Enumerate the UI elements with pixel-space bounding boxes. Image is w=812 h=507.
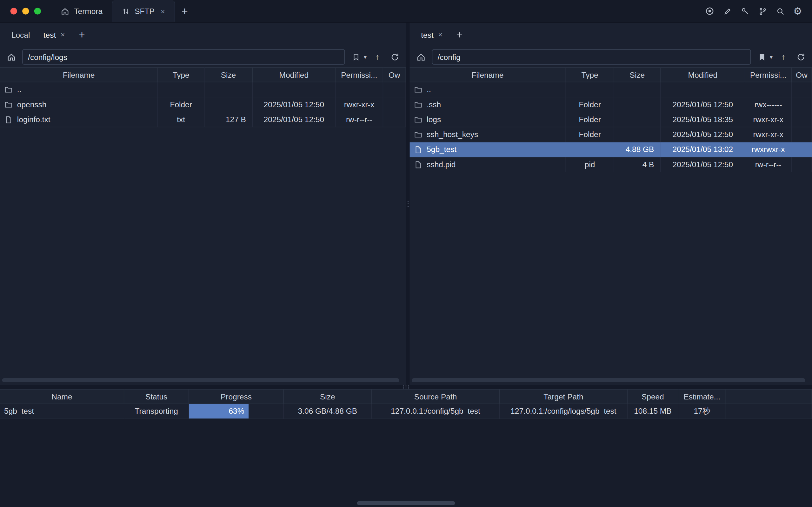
panel-tab-local[interactable]: Local <box>5 27 36 42</box>
cell-type: txt <box>158 112 205 127</box>
file-table: Filename Type Size Modified Permissi... … <box>0 67 406 385</box>
filename-label: openssh <box>17 97 47 112</box>
column-header-modified[interactable]: Modified <box>661 67 745 82</box>
file-row[interactable]: .. <box>410 82 812 97</box>
filename-label: 5gb_test <box>427 142 456 157</box>
zoom-window-button[interactable] <box>34 8 41 14</box>
home-icon[interactable] <box>415 51 427 63</box>
cell-type <box>566 82 614 97</box>
column-header-target-path[interactable]: Target Path <box>500 389 628 404</box>
new-tab-button[interactable]: + <box>175 0 195 22</box>
file-icon <box>414 161 422 168</box>
column-header-name[interactable]: Name <box>0 389 124 404</box>
close-tab-icon[interactable]: × <box>438 31 442 39</box>
column-header-owner[interactable]: Ow <box>792 67 812 82</box>
column-header-permissions[interactable]: Permissi... <box>335 67 383 82</box>
add-panel-tab-button[interactable]: + <box>74 27 90 43</box>
tab-termora[interactable]: Termora <box>51 0 112 22</box>
home-icon <box>61 7 69 15</box>
settings-icon[interactable]: ⚙ <box>791 4 805 18</box>
column-header-estimate[interactable]: Estimate... <box>679 389 726 404</box>
titlebar: Termora SFTP × + <box>0 0 812 23</box>
column-header-source-path[interactable]: Source Path <box>372 389 500 404</box>
search-icon[interactable] <box>773 4 787 18</box>
column-header-status[interactable]: Status <box>124 389 189 404</box>
tab-label: Local <box>11 30 30 39</box>
key-icon[interactable] <box>738 4 752 18</box>
column-header-size[interactable]: Size <box>284 389 372 404</box>
column-header-modified[interactable]: Modified <box>253 67 335 82</box>
parent-directory-button[interactable]: ↑ <box>371 51 384 63</box>
refresh-icon[interactable] <box>388 51 401 63</box>
file-row[interactable]: openssh Folder 2025/01/05 12:50 rwxr-xr-… <box>0 97 406 112</box>
cell-type <box>158 82 205 97</box>
file-row-selected[interactable]: 5gb_test 4.88 GB 2025/01/05 13:02 rwxrwx… <box>410 142 812 157</box>
horizontal-scrollbar[interactable] <box>357 501 455 505</box>
column-header-type[interactable]: Type <box>566 67 614 82</box>
close-tab-icon[interactable]: × <box>161 7 165 15</box>
column-header-size[interactable]: Size <box>205 67 253 82</box>
refresh-icon[interactable] <box>795 51 807 63</box>
path-input[interactable] <box>432 49 751 65</box>
git-branch-icon[interactable] <box>756 4 769 18</box>
cell-filename: loginfo.txt <box>0 112 158 127</box>
column-header-permissions[interactable]: Permissi... <box>745 67 792 82</box>
parent-directory-button[interactable]: ↑ <box>777 51 790 63</box>
column-header-type[interactable]: Type <box>158 67 205 82</box>
cell-size <box>205 97 253 112</box>
file-row[interactable]: ssh_host_keys Folder 2025/01/05 12:50 rw… <box>410 127 812 142</box>
column-header-progress[interactable]: Progress <box>189 389 284 404</box>
cell-modified <box>661 82 745 97</box>
column-header-filler <box>726 389 812 404</box>
bookmark-icon[interactable] <box>350 51 362 63</box>
close-tab-icon[interactable]: × <box>61 31 65 39</box>
cell-filename: sshd.pid <box>410 157 566 172</box>
file-row[interactable]: .ssh Folder 2025/01/05 12:50 rwx------ <box>410 97 812 112</box>
panel-tab-test[interactable]: test × <box>415 27 449 42</box>
record-icon[interactable] <box>703 4 717 18</box>
file-row[interactable]: loginfo.txt txt 127 B 2025/01/05 12:50 r… <box>0 112 406 127</box>
horizontal-scrollbar[interactable] <box>412 378 805 382</box>
cell-filename: ssh_host_keys <box>410 127 566 142</box>
panel-tab-test[interactable]: test × <box>37 27 71 42</box>
cell-permissions: rwxrwxr-x <box>745 142 792 157</box>
horizontal-splitter[interactable] <box>0 385 812 389</box>
column-header-filename[interactable]: Filename <box>410 67 566 82</box>
filename-label: .. <box>17 82 21 97</box>
cell-modified: 2025/01/05 18:35 <box>661 112 745 127</box>
horizontal-scrollbar[interactable] <box>2 378 399 382</box>
file-icon <box>5 115 12 123</box>
cell-type: Folder <box>566 112 614 127</box>
vertical-splitter[interactable] <box>406 23 410 385</box>
panel-tab-bar: Local test × + <box>0 23 406 47</box>
cell-filename: .. <box>0 82 158 97</box>
file-row[interactable]: sshd.pid pid 4 B 2025/01/05 12:50 rw-r--… <box>410 157 812 172</box>
cell-owner <box>792 142 812 157</box>
column-header-filename[interactable]: Filename <box>0 67 158 82</box>
bookmark-dropdown-caret[interactable]: ▾ <box>364 54 367 60</box>
column-header-size[interactable]: Size <box>614 67 661 82</box>
edit-icon[interactable] <box>720 4 734 18</box>
cell-type: Folder <box>566 127 614 142</box>
cell-type: Folder <box>158 97 205 112</box>
home-icon[interactable] <box>5 51 17 63</box>
cell-modified <box>253 82 335 97</box>
bookmark-dropdown-caret[interactable]: ▾ <box>770 54 773 60</box>
bookmark-filled-icon[interactable] <box>756 51 768 63</box>
column-header-speed[interactable]: Speed <box>628 389 679 404</box>
filename-label: .ssh <box>427 97 441 112</box>
tab-label: Termora <box>74 7 103 15</box>
transfer-header-row: Name Status Progress Size Source Path Ta… <box>0 389 812 404</box>
minimize-window-button[interactable] <box>22 8 29 14</box>
add-panel-tab-button[interactable]: + <box>452 27 467 43</box>
close-window-button[interactable] <box>10 8 17 14</box>
cell-estimate: 17秒 <box>679 404 726 419</box>
column-header-owner[interactable]: Ow <box>383 67 406 82</box>
path-input[interactable] <box>22 49 345 65</box>
file-row[interactable]: logs Folder 2025/01/05 18:35 rwxr-xr-x <box>410 112 812 127</box>
cell-owner <box>383 112 406 127</box>
transfer-row[interactable]: 5gb_test Transporting 63% 3.06 GB/4.88 G… <box>0 404 812 419</box>
tab-sftp[interactable]: SFTP × <box>112 0 175 22</box>
file-row[interactable]: .. <box>0 82 406 97</box>
cell-owner <box>792 82 812 97</box>
